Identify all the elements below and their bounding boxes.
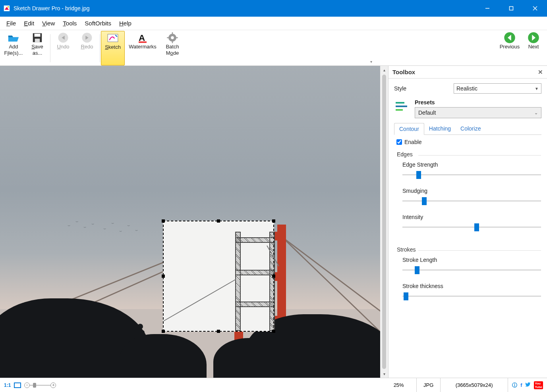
zoom-fit-button[interactable] xyxy=(14,382,21,388)
svg-text:A: A xyxy=(139,33,145,43)
scroll-thumb[interactable] xyxy=(382,75,386,369)
resize-handle[interactable] xyxy=(272,330,275,333)
undo-icon xyxy=(57,33,69,43)
next-icon xyxy=(528,33,539,43)
intensity-slider[interactable] xyxy=(402,222,541,233)
resize-handle[interactable] xyxy=(272,275,275,278)
save-as-button[interactable]: Saveas... xyxy=(25,31,49,65)
edge-strength-label: Edge Strength xyxy=(402,161,541,168)
tab-colorize[interactable]: Colorize xyxy=(456,123,485,135)
resize-handle[interactable] xyxy=(162,219,165,223)
birds: ⌣⌣⌣ ⌣⌣⌣ ⌣⌣⌣ xyxy=(68,219,147,242)
resize-handle[interactable] xyxy=(162,275,165,278)
info-icon[interactable]: ⓘ xyxy=(512,382,517,389)
facebook-icon[interactable]: f xyxy=(520,382,522,388)
folder-open-icon xyxy=(8,33,19,43)
svg-rect-3 xyxy=(510,7,513,10)
image-canvas[interactable]: ⌣⌣⌣ ⌣⌣⌣ ⌣⌣⌣ xyxy=(0,66,380,378)
zoom-1to1-button[interactable]: 1:1 xyxy=(4,382,11,388)
minimize-button[interactable] xyxy=(475,0,499,17)
menu-view[interactable]: View xyxy=(38,18,59,28)
youtube-icon[interactable]: YouTube xyxy=(534,381,543,389)
toolbar-label: AddFile(s)... xyxy=(4,44,23,56)
toolbar-label: Previous xyxy=(500,44,520,50)
resize-handle[interactable] xyxy=(162,330,165,333)
tab-hatching[interactable]: Hatching xyxy=(424,123,456,135)
svg-rect-18 xyxy=(167,37,169,38)
close-icon[interactable]: ✕ xyxy=(538,69,543,76)
resize-handle[interactable] xyxy=(217,330,220,333)
intensity-label: Intensity xyxy=(402,214,541,220)
tab-contour[interactable]: Contour xyxy=(394,123,424,135)
main-area: ⌣⌣⌣ ⌣⌣⌣ ⌣⌣⌣ xyxy=(0,66,547,378)
gear-icon xyxy=(166,33,178,43)
svg-rect-19 xyxy=(176,37,178,38)
svg-rect-17 xyxy=(172,41,173,43)
toolbar-label: Undo xyxy=(57,44,69,50)
zoom-value-cell: 25% xyxy=(381,378,417,392)
next-button[interactable]: Next xyxy=(522,31,545,65)
svg-rect-11 xyxy=(108,34,118,42)
zoom-handle[interactable] xyxy=(33,383,36,388)
toolbox-panel: Toolbox ✕ Style Realistic ▼ Presets Defa… xyxy=(388,66,547,378)
zoom-out-icon[interactable]: − xyxy=(24,382,30,388)
sketch-icon xyxy=(107,33,119,43)
style-select[interactable]: Realistic ▼ xyxy=(454,83,541,94)
separator xyxy=(100,34,100,62)
toolbar-label: Sketch xyxy=(105,44,121,50)
style-value: Realistic xyxy=(456,85,477,92)
toolbox-title: Toolbox xyxy=(392,69,415,75)
group-edges-title: Edges xyxy=(394,151,541,160)
stroke-thickness-slider[interactable] xyxy=(402,291,541,302)
toolbar-label: Saveas... xyxy=(31,44,43,56)
scroll-up-icon[interactable]: ▴ xyxy=(380,66,388,74)
canvas-pane: ⌣⌣⌣ ⌣⌣⌣ ⌣⌣⌣ xyxy=(0,66,388,378)
svg-rect-8 xyxy=(35,39,40,42)
sketch-button[interactable]: Sketch xyxy=(101,31,125,65)
previous-button[interactable]: Previous xyxy=(498,31,522,65)
zoom-slider[interactable]: − + xyxy=(24,382,56,389)
stroke-thickness-label: Stroke thickness xyxy=(402,283,541,289)
enable-label: Enable xyxy=(404,139,422,145)
save-icon xyxy=(31,33,43,43)
close-button[interactable] xyxy=(523,0,547,17)
menu-file[interactable]: File xyxy=(2,18,20,28)
menu-edit[interactable]: Edit xyxy=(20,18,38,28)
menu-bar: File Edit View Tools SoftOrbits Help xyxy=(0,17,547,30)
smudging-slider[interactable] xyxy=(402,196,541,207)
svg-point-1 xyxy=(8,6,9,8)
toolbar-label: BatchMode xyxy=(166,44,179,56)
vertical-scrollbar[interactable]: ▴ ▾ xyxy=(380,66,388,378)
stroke-length-slider[interactable] xyxy=(402,265,541,276)
scroll-down-icon[interactable]: ▾ xyxy=(380,370,388,378)
title-bar: Sketch Drawer Pro - bridge.jpg xyxy=(0,0,547,17)
group-strokes-title: Strokes xyxy=(394,246,541,255)
add-files-button[interactable]: AddFile(s)... xyxy=(2,31,25,65)
twitter-icon[interactable] xyxy=(525,382,531,388)
toolbar-label: Watermarks xyxy=(129,44,157,50)
toolbar-label: Next xyxy=(528,44,539,50)
app-icon xyxy=(3,5,10,12)
preset-select[interactable]: Default ⌄ xyxy=(415,107,541,118)
edge-strength-slider[interactable] xyxy=(402,169,541,181)
enable-checkbox[interactable] xyxy=(396,139,402,145)
svg-rect-7 xyxy=(35,34,41,37)
resize-handle[interactable] xyxy=(272,219,275,223)
redo-button[interactable]: Redo xyxy=(75,31,99,65)
sketch-preview-selection[interactable] xyxy=(163,221,274,332)
presets-label: Presets xyxy=(415,99,541,106)
menu-tools[interactable]: Tools xyxy=(59,18,81,28)
status-bar: 1:1 − + 25% JPG (3665x5079x24) ⓘ f YouTu… xyxy=(0,378,547,392)
presets-icon xyxy=(394,99,410,113)
watermarks-button[interactable]: A Watermarks xyxy=(125,31,160,65)
resize-handle[interactable] xyxy=(217,219,220,223)
zoom-in-icon[interactable]: + xyxy=(50,382,56,388)
undo-button[interactable]: Undo xyxy=(51,31,75,65)
maximize-button[interactable] xyxy=(499,0,523,17)
batch-mode-button[interactable]: BatchMode xyxy=(160,31,184,65)
menu-help[interactable]: Help xyxy=(115,18,135,28)
toolbar-label: Redo xyxy=(81,44,93,50)
separator xyxy=(50,34,50,62)
toolbar-overflow-icon[interactable]: ▾ xyxy=(370,60,372,64)
menu-softorbits[interactable]: SoftOrbits xyxy=(81,18,115,28)
